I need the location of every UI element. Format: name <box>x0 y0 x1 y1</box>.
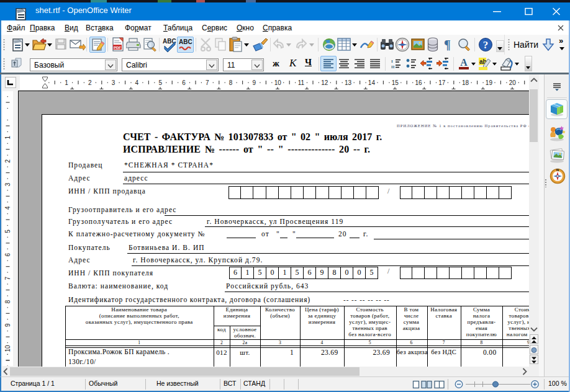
svg-text:6: 6 <box>4 253 11 257</box>
svg-text:18: 18 <box>462 79 469 86</box>
svg-text:6: 6 <box>182 79 186 86</box>
svg-text:?: ? <box>483 39 489 51</box>
svg-text:15: 15 <box>392 79 399 86</box>
svg-text:¶: ¶ <box>444 38 451 51</box>
svg-text:4: 4 <box>4 206 11 210</box>
svg-text:3: 3 <box>4 182 11 186</box>
svg-text:8: 8 <box>4 300 11 303</box>
svg-text:5: 5 <box>158 79 162 86</box>
svg-text:19: 19 <box>486 79 493 86</box>
svg-text:II: II <box>391 65 395 69</box>
svg-text:17: 17 <box>438 79 446 86</box>
svg-text:1: 1 <box>4 136 11 140</box>
svg-text:14: 14 <box>368 79 376 86</box>
svg-text:7: 7 <box>4 276 11 280</box>
svg-text:10: 10 <box>274 79 282 86</box>
svg-text:4: 4 <box>135 79 139 86</box>
svg-text:16: 16 <box>415 79 422 86</box>
svg-text:5: 5 <box>4 229 11 233</box>
svg-text:N: N <box>556 168 559 172</box>
svg-text:13: 13 <box>345 79 352 86</box>
svg-text:7: 7 <box>206 79 209 86</box>
svg-text:A: A <box>460 57 468 68</box>
svg-text:3: 3 <box>112 79 115 86</box>
svg-text:8: 8 <box>229 79 233 86</box>
svg-text:ABC: ABC <box>179 38 192 45</box>
svg-text:PDF: PDF <box>114 46 121 50</box>
svg-text:2: 2 <box>88 79 92 86</box>
svg-text:10: 10 <box>4 345 11 352</box>
svg-text:12: 12 <box>321 79 328 86</box>
svg-text:11: 11 <box>298 79 305 86</box>
svg-text:2: 2 <box>4 159 11 163</box>
svg-text:1: 1 <box>65 79 68 86</box>
svg-text:9: 9 <box>4 323 11 327</box>
svg-text:I: I <box>391 59 393 64</box>
svg-text:9: 9 <box>253 79 256 86</box>
svg-text:20: 20 <box>509 79 517 86</box>
